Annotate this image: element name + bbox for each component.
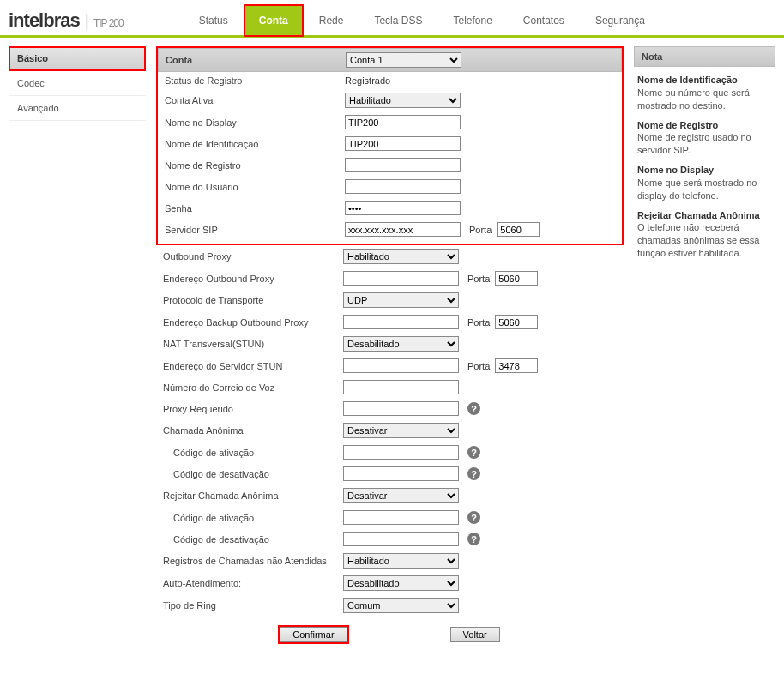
select-chamada-anonima[interactable]: Desativar xyxy=(343,423,459,438)
row-proxy-requerido: Proxy Requerido ? xyxy=(156,398,624,419)
topnav-item-tecla-dss[interactable]: Tecla DSS xyxy=(359,4,437,37)
label-outbound-proxy: Outbound Proxy xyxy=(163,251,343,262)
note-heading: Nome de Identificação xyxy=(637,74,772,87)
input-nome-usuario[interactable] xyxy=(345,179,461,194)
help-icon: ? xyxy=(467,533,480,545)
row-reg-nao-atendidas: Registros de Chamadas não Atendidas Habi… xyxy=(156,550,624,572)
input-proxy-requerido[interactable] xyxy=(343,401,459,416)
label-reg-nao-atendidas: Registros de Chamadas não Atendidas xyxy=(163,556,343,566)
voltar-button[interactable]: Voltar xyxy=(450,627,500,642)
input-nome-registro[interactable] xyxy=(345,158,461,172)
input-end-outbound-porta[interactable] xyxy=(495,271,538,286)
logo: intelbras|TIP 200 xyxy=(9,9,124,32)
select-protocolo-transporte[interactable]: UDP xyxy=(343,292,459,308)
input-ra-cod-desativ[interactable] xyxy=(343,532,459,546)
note-panel: Nota Nome de IdentificaçãoNome ou número… xyxy=(634,46,775,647)
note-text: Nome ou número que será mostrado no dest… xyxy=(637,87,772,112)
help-icon: ? xyxy=(467,402,480,415)
model-label: TIP 200 xyxy=(93,17,124,29)
porta-label-backup: Porta xyxy=(467,317,490,328)
label-nat-transversal: NAT Transversal(STUN) xyxy=(163,339,343,349)
select-conta-ativa[interactable]: Habilitado xyxy=(345,93,461,108)
topnav-item-contatos[interactable]: Contatos xyxy=(508,4,580,37)
select-rejeitar-anonima[interactable]: Desativar xyxy=(343,488,459,503)
porta-label-stun: Porta xyxy=(467,361,490,371)
row-outbound-proxy: Outbound Proxy Habilitado xyxy=(156,245,624,268)
input-numero-correio[interactable] xyxy=(343,380,459,394)
label-ca-cod-desativ: Código de desativação xyxy=(163,469,343,479)
sidebar-item-básico[interactable]: Básico xyxy=(9,46,146,71)
row-ra-cod-desativ: Código de desativação ? xyxy=(156,528,624,550)
note-body: Nome de IdentificaçãoNome ou número que … xyxy=(634,67,775,267)
label-conta-ativa: Conta Ativa xyxy=(165,95,345,105)
label-numero-correio: Número do Correio de Voz xyxy=(163,382,343,393)
select-reg-nao-atendidas[interactable]: Habilitado xyxy=(343,553,459,569)
account-header-row: Conta Conta 1 xyxy=(158,48,622,72)
topnav-item-conta[interactable]: Conta xyxy=(244,4,304,37)
row-servidor-sip: Servidor SIP Porta xyxy=(158,219,622,240)
sidebar: BásicoCodecAvançado xyxy=(9,46,146,647)
label-end-outbound-proxy: Endereço Outbound Proxy xyxy=(163,274,343,284)
topnav-item-segurança[interactable]: Segurança xyxy=(580,4,660,37)
label-nome-display: Nome no Display xyxy=(165,117,345,128)
input-servidor-sip[interactable] xyxy=(345,222,461,237)
account-select[interactable]: Conta 1 xyxy=(346,52,461,68)
label-nome-ident: Nome de Identificação xyxy=(165,139,345,149)
sidebar-item-avançado[interactable]: Avançado xyxy=(9,96,146,121)
row-numero-correio: Número do Correio de Voz xyxy=(156,376,624,398)
row-nome-usuario: Nome do Usuário xyxy=(158,176,622,197)
input-servidor-sip-porta[interactable] xyxy=(497,222,540,237)
label-status-registro: Status de Registro xyxy=(165,75,345,86)
label-servidor-sip: Servidor SIP xyxy=(165,225,345,235)
row-tipo-ring: Tipo de Ring Comum xyxy=(156,594,624,617)
select-tipo-ring[interactable]: Comum xyxy=(343,598,459,613)
row-senha: Senha xyxy=(158,197,622,219)
input-ca-cod-desativ[interactable] xyxy=(343,466,459,481)
input-senha[interactable] xyxy=(345,201,461,215)
input-nome-ident[interactable] xyxy=(345,136,461,151)
help-icon: ? xyxy=(467,467,480,480)
row-end-servidor-stun: Endereço do Servidor STUN Porta xyxy=(156,355,624,376)
value-status-registro: Registrado xyxy=(345,75,390,86)
row-ca-cod-desativ: Código de desativação ? xyxy=(156,463,624,484)
row-auto-atendimento: Auto-Atendimento: Desabilitado xyxy=(156,572,624,594)
main-panel: Conta Conta 1 Status de Registro Registr… xyxy=(156,46,624,647)
note-text: Nome de registro usado no servidor SIP. xyxy=(637,131,772,157)
highlighted-account-box: Conta Conta 1 Status de Registro Registr… xyxy=(156,46,624,245)
row-nome-ident: Nome de Identificação xyxy=(158,133,622,154)
topnav-item-telefone[interactable]: Telefone xyxy=(437,4,507,37)
input-stun-porta[interactable] xyxy=(495,358,538,373)
topnav-item-status[interactable]: Status xyxy=(184,4,244,37)
input-end-backup-porta[interactable] xyxy=(495,315,538,329)
label-auto-atendimento: Auto-Atendimento: xyxy=(163,578,343,588)
row-ra-cod-ativ: Código de ativação ? xyxy=(156,507,624,528)
input-end-servidor-stun[interactable] xyxy=(343,358,459,373)
note-heading: Nome no Display xyxy=(637,164,772,177)
row-ca-cod-ativ: Código de ativação ? xyxy=(156,442,624,463)
select-auto-atendimento[interactable]: Desabilitado xyxy=(343,575,459,591)
row-nome-display: Nome no Display xyxy=(158,111,622,133)
label-senha: Senha xyxy=(165,203,345,214)
select-nat-transversal[interactable]: Desabilitado xyxy=(343,336,459,352)
brand-name: intelbras xyxy=(9,9,80,31)
input-end-backup-outbound[interactable] xyxy=(343,315,459,329)
confirmar-button[interactable]: Confirmar xyxy=(280,627,347,642)
label-end-servidor-stun: Endereço do Servidor STUN xyxy=(163,361,343,371)
input-ca-cod-ativ[interactable] xyxy=(343,445,459,460)
input-ra-cod-ativ[interactable] xyxy=(343,510,459,525)
row-protocolo-transporte: Protocolo de Transporte UDP xyxy=(156,289,624,311)
row-end-outbound-proxy: Endereço Outbound Proxy Porta xyxy=(156,268,624,289)
topnav-item-rede[interactable]: Rede xyxy=(304,4,359,37)
button-row: Confirmar Voltar xyxy=(156,617,624,647)
content: BásicoCodecAvançado Conta Conta 1 Status… xyxy=(0,38,784,656)
select-outbound-proxy[interactable]: Habilitado xyxy=(343,249,459,264)
porta-label-sip: Porta xyxy=(469,225,492,235)
header: intelbras|TIP 200 StatusContaRedeTecla D… xyxy=(0,0,784,38)
input-end-outbound-proxy[interactable] xyxy=(343,271,459,286)
row-conta-ativa: Conta Ativa Habilitado xyxy=(158,89,622,111)
row-end-backup-outbound: Endereço Backup Outbound Proxy Porta xyxy=(156,311,624,333)
input-nome-display[interactable] xyxy=(345,115,461,129)
label-nome-usuario: Nome do Usuário xyxy=(165,182,345,192)
sidebar-item-codec[interactable]: Codec xyxy=(9,71,146,96)
help-icon: ? xyxy=(467,446,480,459)
